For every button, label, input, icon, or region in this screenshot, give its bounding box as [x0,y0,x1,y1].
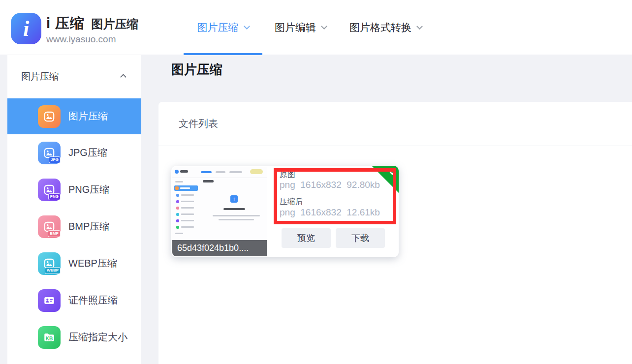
thumb-decoration [229,171,242,173]
sidebar-item-label: BMP压缩 [68,220,109,233]
bmp-compress-icon: BMP [38,215,61,238]
chevron-up-icon [120,74,126,80]
format-badge: BMP [48,230,61,237]
nav-label: 图片格式转换 [349,21,411,34]
nav-label: 图片压缩 [197,21,239,34]
thumb-decoration [203,180,214,182]
jpg-compress-icon: JPG [38,142,61,164]
sidebar-item-image-compress[interactable]: 图片压缩 [7,98,141,134]
thumb-decoration [175,170,179,174]
nav-item-image-edit[interactable]: 图片编辑 [275,0,326,55]
thumb-decoration [176,213,179,216]
chevron-down-icon [244,23,250,30]
kb-badge: KB [46,336,53,341]
format-badge: WEBP [45,267,61,274]
png-compress-icon: PNG [38,179,61,201]
sidebar-group-title: 图片压缩 [21,70,59,83]
thumb-decoration [176,219,179,222]
sidebar-item-label: JPG压缩 [68,146,107,159]
brand-url: www.iyasuo.com [46,34,138,45]
preview-button[interactable]: 预览 [282,228,331,248]
format-badge: JPG [49,156,61,163]
nav-item-image-compress[interactable]: 图片压缩 [184,0,262,55]
image-compress-icon [38,105,61,128]
sidebar-item-label: 压缩指定大小 [68,331,127,344]
sidebar-item-id-photo-compress[interactable]: 证件照压缩 [7,282,141,319]
active-tab-underline [184,53,262,55]
thumb-decoration [176,194,179,197]
thumb-decoration [175,233,183,234]
format-badge: PNG [48,193,61,200]
file-name: 65d43f024b1b0.... [172,240,267,256]
app-header: i i 压缩 图片压缩 www.iyasuo.com 图片压缩 图片编辑 图片格… [0,0,632,55]
red-highlight-annotation [274,168,396,224]
thumb-decoration [176,207,179,210]
thumb-upload-plus-icon: + [230,195,238,203]
sidebar-item-compress-to-size[interactable]: KB 压缩指定大小 [7,319,141,356]
thumb-decoration [219,219,254,220]
file-card: + 65d43f024b1b0.... 原图 png 1616x832 92.8… [171,166,399,257]
file-thumbnail[interactable]: + 65d43f024b1b0.... [172,167,267,256]
thumb-decoration [201,171,212,173]
file-list-title: 文件列表 [179,117,218,130]
file-list-header: 文件列表 [158,102,632,146]
sidebar-item-label: 图片压缩 [68,110,108,123]
site-logo[interactable]: i i 压缩 图片压缩 www.iyasuo.com [11,13,138,45]
page-title: 图片压缩 [171,61,222,78]
nav-item-format-convert[interactable]: 图片格式转换 [349,0,422,55]
thumb-decoration [223,208,245,210]
sidebar-menu: 图片压缩 JPG JPG压缩 PNG PNG压缩 BMP BMP压缩 [7,98,141,356]
thumb-decoration [172,178,267,178]
download-button[interactable]: 下载 [336,228,385,248]
thumb-decoration [176,226,179,229]
thumb-decoration [250,169,263,174]
thumb-decoration [181,213,194,215]
file-list-panel: 文件列表 + [158,102,632,364]
sidebar-item-png-compress[interactable]: PNG PNG压缩 [7,171,141,208]
chevron-down-icon [321,23,327,30]
sidebar-item-label: PNG压缩 [68,183,109,196]
sidebar-item-jpg-compress[interactable]: JPG JPG压缩 [7,134,141,171]
sidebar-item-label: 证件照压缩 [68,294,118,307]
thumb-decoration [181,226,194,228]
thumb-decoration [181,194,194,196]
id-card-icon [38,289,61,312]
brand-suffix: 图片压缩 [91,16,138,32]
kb-folder-icon: KB [38,326,61,349]
webp-compress-icon: WEBP [38,252,61,275]
sidebar-group-toggle[interactable]: 图片压缩 [7,55,141,98]
chevron-down-icon [416,23,423,30]
nav-label: 图片编辑 [275,21,316,34]
top-navigation: 图片压缩 图片编辑 图片格式转换 [184,0,422,55]
thumb-decoration [181,220,194,221]
thumb-decoration [180,170,188,173]
logo-i-icon: i [11,13,41,44]
thumb-decoration [213,215,260,216]
thumb-decoration [175,181,183,182]
brand-name: i 压缩 [46,14,85,33]
thumb-decoration [181,207,194,209]
thumb-decoration [181,201,194,202]
brand-text: i 压缩 图片压缩 www.iyasuo.com [46,13,138,45]
thumb-decoration [216,171,225,173]
sidebar: 图片压缩 图片压缩 JPG JPG压缩 PNG PNG压缩 [7,55,141,364]
sidebar-item-webp-compress[interactable]: WEBP WEBP压缩 [7,245,141,282]
sidebar-item-bmp-compress[interactable]: BMP BMP压缩 [7,208,141,245]
thumb-decoration [176,200,179,203]
sidebar-item-label: WEBP压缩 [68,257,117,270]
thumb-decoration [174,185,198,191]
